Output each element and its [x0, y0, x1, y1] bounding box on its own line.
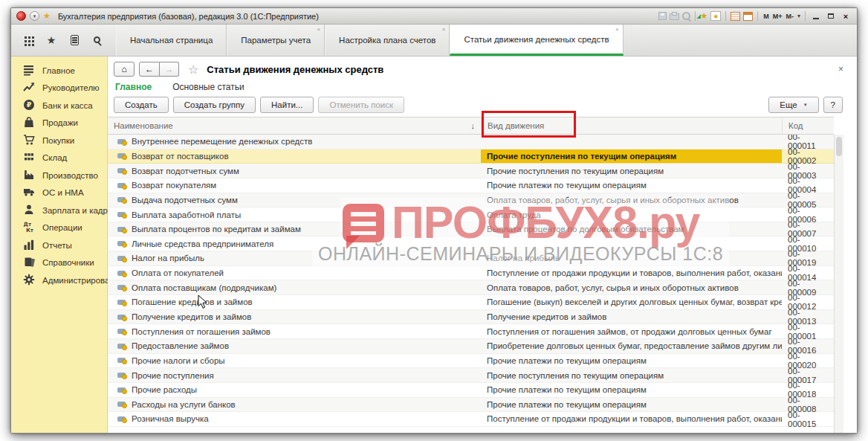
row-type-cell[interactable]: [481, 236, 782, 251]
row-code-cell[interactable]: 00-000002: [782, 149, 834, 164]
row-type-cell[interactable]: Прочие платежи по текущим операциям: [481, 354, 782, 368]
sidebar-item-fixed-assets[interactable]: ОС и НМА: [11, 184, 107, 202]
favorites-icon[interactable]: [710, 11, 721, 21]
table-row[interactable]: Поступления от погашения займовПоступлен…: [108, 324, 834, 339]
row-name-cell[interactable]: Получение кредитов и займов: [108, 310, 481, 324]
column-header-code[interactable]: Код: [782, 118, 834, 134]
help-button[interactable]: ?: [823, 97, 843, 113]
sidebar-item-main[interactable]: Главное: [11, 62, 107, 80]
row-code-cell[interactable]: 00-000018: [782, 383, 834, 397]
create-group-button[interactable]: Создать группу: [173, 97, 256, 113]
row-name-cell[interactable]: Внутреннее перемещение денежных средств: [108, 135, 481, 149]
sidebar-item-production[interactable]: Производство: [11, 167, 107, 184]
print-icon[interactable]: [670, 13, 679, 20]
table-row[interactable]: Выплата процентов по кредитам и займамВы…: [108, 222, 834, 237]
chevron-down-icon[interactable]: ▾: [797, 13, 800, 19]
row-name-cell[interactable]: Личные средства предпринимателя: [108, 236, 481, 251]
sidebar-item-administration[interactable]: Администрирование: [11, 271, 107, 289]
row-type-cell[interactable]: Поступление от продажи продукции и товар…: [481, 266, 782, 280]
row-name-cell[interactable]: Прочие налоги и сборы: [108, 354, 481, 368]
row-code-cell[interactable]: 00-000019: [782, 251, 834, 265]
row-code-cell[interactable]: 00-000017: [782, 368, 834, 382]
row-type-cell[interactable]: [481, 135, 782, 149]
row-name-cell[interactable]: Розничная выручка: [108, 412, 481, 426]
row-type-cell[interactable]: Прочие поступления по текущим операциям: [481, 368, 782, 382]
row-code-cell[interactable]: 00-000010: [782, 236, 834, 251]
row-code-cell[interactable]: 00-000003: [782, 164, 834, 178]
vertical-scrollbar[interactable]: [834, 135, 843, 433]
row-code-cell[interactable]: 00-000006: [782, 207, 834, 222]
tab-close-icon[interactable]: ×: [442, 27, 446, 33]
history-icon[interactable]: [71, 35, 79, 45]
more-button[interactable]: Еще ▼: [768, 97, 818, 113]
row-name-cell[interactable]: Выплата процентов по кредитам и займам: [108, 222, 481, 236]
tab-chart-of-accounts[interactable]: Настройка плана счетов×: [325, 25, 450, 56]
table-row[interactable]: Прочие расходыПрочие платежи по текущим …: [108, 383, 834, 398]
row-type-cell[interactable]: Поступления от погашения займов, от прод…: [481, 324, 782, 338]
back-button[interactable]: ←: [139, 62, 160, 77]
restore-button[interactable]: [825, 11, 837, 22]
row-name-cell[interactable]: Прочие расходы: [108, 383, 481, 397]
favorite-star-icon[interactable]: ☆: [188, 62, 198, 77]
close-form-icon[interactable]: ×: [838, 64, 843, 74]
create-button[interactable]: Создать: [114, 97, 169, 113]
row-type-cell[interactable]: Получение кредитов и займов: [481, 310, 782, 324]
column-header-type[interactable]: Вид движения: [481, 118, 782, 134]
table-row[interactable]: Оплата от покупателейПоступление от прод…: [108, 266, 834, 281]
tab-close-icon[interactable]: ×: [317, 27, 320, 33]
memory-button[interactable]: M+: [772, 13, 783, 20]
table-row[interactable]: Расходы на услуги банковПрочие платежи п…: [108, 398, 834, 413]
table-row[interactable]: Личные средства предпринимателя00-000010: [108, 236, 834, 251]
row-type-cell[interactable]: Поступление от продажи продукции и товар…: [481, 412, 782, 426]
sidebar-item-manager[interactable]: Руководителю: [11, 80, 107, 97]
table-row[interactable]: Возврат от поставщиковПрочие поступления…: [108, 149, 834, 164]
table-row[interactable]: Получение кредитов и займовПолучение кре…: [108, 310, 834, 325]
sidebar-item-purchases[interactable]: Покупки: [11, 132, 107, 149]
row-type-cell[interactable]: Приобретение долговых ценных бумаг, пред…: [481, 339, 782, 353]
table-row[interactable]: Выплата заработной платыОплата труда00-0…: [108, 207, 834, 222]
minimize-button[interactable]: [810, 11, 822, 22]
row-code-cell[interactable]: 00-000020: [782, 354, 834, 368]
sidebar-item-sales[interactable]: Продажи: [11, 115, 107, 132]
close-window-button[interactable]: ×: [840, 11, 852, 22]
row-code-cell[interactable]: 00-000012: [782, 295, 834, 309]
row-name-cell[interactable]: Прочие поступления: [108, 368, 481, 382]
table-row[interactable]: Розничная выручкаПоступление от продажи …: [108, 412, 834, 427]
sidebar-item-salary-hr[interactable]: Зарплата и кадры: [11, 202, 107, 219]
sidebar-item-operations[interactable]: ДтКтОперации: [11, 219, 107, 237]
row-name-cell[interactable]: Выплата заработной платы: [108, 207, 481, 222]
row-name-cell[interactable]: Расходы на услуги банков: [108, 398, 481, 412]
table-row[interactable]: Прочие налоги и сборыПрочие платежи по т…: [108, 354, 834, 369]
row-type-cell[interactable]: Оплата товаров, работ, услуг, сырья и ин…: [481, 193, 782, 207]
table-row[interactable]: Возврат покупателямПрочие платежи по тек…: [108, 178, 834, 193]
row-name-cell[interactable]: Оплата от покупателей: [108, 266, 481, 280]
sidebar-item-bank-cash[interactable]: ₽Банк и касса: [11, 97, 107, 115]
row-name-cell[interactable]: Предоставление займов: [108, 339, 481, 353]
nav-link[interactable]: Главное: [115, 82, 152, 92]
save-icon[interactable]: [658, 12, 667, 20]
row-code-cell[interactable]: 00-000014: [782, 266, 834, 280]
table-row[interactable]: Прочие поступленияПрочие поступления по …: [108, 368, 834, 383]
table-row[interactable]: Предоставление займовПриобретение долгов…: [108, 339, 834, 354]
row-type-cell[interactable]: Выплата процентов по долговым обязательс…: [481, 222, 782, 236]
add-favorite-icon[interactable]: [700, 11, 707, 21]
row-code-cell[interactable]: 00-000001: [782, 324, 834, 338]
sidebar-item-reports[interactable]: Отчеты: [11, 236, 107, 254]
calendar-icon[interactable]: [743, 12, 753, 21]
calculator-icon[interactable]: [731, 12, 740, 21]
tab-close-icon[interactable]: ×: [615, 27, 619, 33]
sidebar-item-warehouse[interactable]: Склад: [11, 149, 107, 167]
print-preview-icon[interactable]: [682, 12, 690, 20]
row-name-cell[interactable]: Возврат покупателям: [108, 178, 481, 193]
row-code-cell[interactable]: 00-000004: [782, 178, 834, 193]
sidebar-item-directories[interactable]: Справочники: [11, 254, 107, 272]
column-header-name[interactable]: Наименование ↓: [108, 118, 481, 134]
row-type-cell[interactable]: Прочие поступления по текущим операциям: [481, 164, 782, 178]
tab-accounting-params[interactable]: Параметры учета×: [227, 25, 325, 56]
table-row[interactable]: Выдача подотчетных суммОплата товаров, р…: [108, 193, 834, 208]
row-code-cell[interactable]: 00-000013: [782, 310, 834, 324]
row-code-cell[interactable]: 00-000011: [782, 135, 834, 149]
row-type-cell[interactable]: Прочие платежи по текущим операциям: [481, 383, 782, 397]
table-row[interactable]: Внутреннее перемещение денежных средств0…: [108, 135, 834, 149]
memory-button[interactable]: M-: [785, 13, 794, 20]
